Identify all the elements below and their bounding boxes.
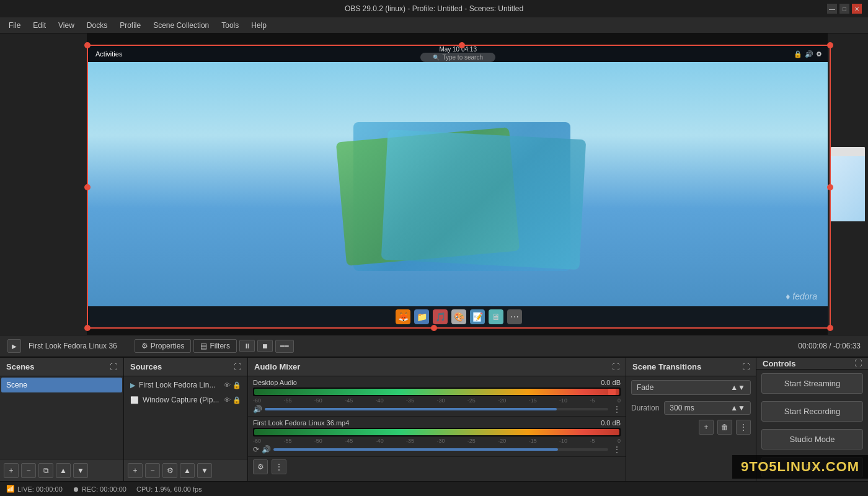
transition-type-label: Fade [637, 383, 653, 392]
side-preview-top [831, 147, 865, 156]
desktop-audio-header: Desktop Audio 0.0 dB [253, 379, 621, 386]
desktop-audio-meter [254, 389, 619, 395]
source-item-video[interactable]: ▶ First Look Fedora Lin... 👁 🔒 [125, 378, 246, 392]
scenes-footer: + − ⧉ ▲ ▼ [0, 459, 123, 481]
audio-expand-icon[interactable]: ⛶ [612, 363, 619, 371]
desktop-audio-name: Desktop Audio [253, 379, 297, 386]
source-lock-icon[interactable]: 🔒 [232, 381, 241, 389]
source-visibility-icon[interactable]: 👁 [224, 381, 231, 389]
taskbar-grid-icon: ⋯ [507, 309, 522, 324]
status-bar: 📶 LIVE: 00:00:00 ⏺ REC: 00:00:00 CPU: 1.… [0, 481, 868, 496]
play-button[interactable]: ▶ [7, 339, 21, 353]
taskbar-simulation: 🦊 📁 🎵 🎨 📝 🖥 ⋯ [88, 306, 830, 327]
cpu-label: CPU: 1.9%, 60.00 fps [136, 485, 202, 493]
source-window-lock-icon[interactable]: 🔒 [232, 396, 241, 404]
scene-item-scene[interactable]: Scene [1, 378, 122, 392]
obs-window: OBS 29.0.2 (linux) - Profile: Untitled -… [0, 0, 868, 496]
live-status: 📶 LIVE: 00:00:00 [6, 485, 63, 493]
menu-help[interactable]: Help [246, 19, 272, 32]
desktop-audio-channel: Desktop Audio 0.0 dB -60-55-50-45-40-35-… [248, 376, 626, 417]
transition-type-select[interactable]: Fade ▲▼ [631, 380, 751, 395]
handle-bottom-center[interactable] [431, 325, 437, 331]
menu-profile[interactable]: Profile [115, 19, 146, 32]
sources-expand-icon[interactable]: ⛶ [234, 363, 241, 371]
scene-label-playback: First Look Fedora Linux 36 [29, 342, 117, 350]
move-scene-up-button[interactable]: ▲ [56, 463, 71, 478]
canvas-preview: Activities May 10 04:13 🔍 Type to search… [88, 46, 830, 327]
filter-icon: ▤ [200, 342, 207, 350]
source-settings-button[interactable]: ⚙ [162, 463, 177, 478]
transitions-expand-icon[interactable]: ⛶ [742, 363, 750, 371]
transition-settings-button[interactable]: ⋮ [736, 420, 751, 435]
duration-label: Duration [631, 404, 659, 412]
fedora-audio-mute-button[interactable]: 🔊 [262, 445, 271, 454]
handle-mid-right[interactable] [827, 184, 833, 190]
handle-bottom-left[interactable] [84, 325, 91, 331]
add-source-button[interactable]: + [128, 463, 143, 478]
maximize-button[interactable]: □ [839, 4, 849, 14]
desktop-audio-meter-wrapper [253, 388, 621, 396]
duplicate-scene-button[interactable]: ⧉ [38, 463, 53, 478]
fedora-audio-options-button[interactable]: ⋮ [613, 445, 621, 454]
duration-input[interactable]: 300 ms ▲▼ [664, 401, 751, 415]
properties-tab[interactable]: ⚙ Properties [135, 339, 192, 353]
controls-expand-icon[interactable]: ⛶ [854, 359, 862, 368]
add-transition-button[interactable]: + [699, 420, 714, 435]
taskbar-notes-icon: 📝 [470, 309, 485, 324]
desktop-audio-options-button[interactable]: ⋮ [613, 405, 621, 414]
gnome-topbar: Activities May 10 04:13 🔍 Type to search… [88, 46, 830, 62]
studio-mode-button[interactable]: Studio Mode [761, 429, 863, 450]
taskbar-files-icon: 📁 [414, 309, 429, 324]
fedora-audio-header: First Look Fedora Linux 36.mp4 0.0 dB [253, 419, 621, 427]
sources-footer: + − ⚙ ▲ ▼ [124, 459, 247, 481]
folder-artwork [329, 97, 589, 271]
stop-button[interactable]: ⏹ [257, 340, 273, 352]
start-recording-button[interactable]: Start Recording [761, 401, 863, 422]
source-window-visibility-icon[interactable]: 👁 [224, 396, 231, 404]
rec-icon: ⏺ [73, 485, 79, 493]
close-button[interactable]: ✕ [852, 4, 862, 14]
start-streaming-button[interactable]: Start Streaming [761, 373, 863, 394]
menu-edit[interactable]: Edit [28, 19, 51, 32]
move-scene-down-button[interactable]: ▼ [73, 463, 88, 478]
filters-tab[interactable]: ▤ Filters [193, 339, 237, 353]
topbar-icons: 🔒🔊⚙ [794, 50, 822, 58]
source-name-window: Window Capture (Pip... [143, 396, 220, 404]
menu-docks[interactable]: Docks [82, 19, 112, 32]
menu-file[interactable]: File [4, 19, 25, 32]
pause-button[interactable]: ⏸ [239, 340, 255, 352]
handle-top-left[interactable] [84, 42, 91, 48]
handle-mid-left[interactable] [84, 184, 91, 190]
remove-source-button[interactable]: − [145, 463, 160, 478]
add-scene-button[interactable]: + [4, 463, 19, 478]
menu-view[interactable]: View [53, 19, 79, 32]
menu-scene-collection[interactable]: Scene Collection [148, 19, 214, 32]
desktop-audio-volume-slider[interactable] [265, 408, 608, 410]
volume-indicator[interactable]: ━━ [275, 340, 294, 353]
audio-more-button[interactable]: ⋮ [272, 459, 286, 474]
remove-transition-button[interactable]: 🗑 [717, 420, 732, 435]
audio-settings-button[interactable]: ⚙ [253, 459, 268, 474]
window-title: OBS 29.0.2 (linux) - Profile: Untitled -… [345, 4, 523, 13]
handle-bottom-right[interactable] [827, 325, 833, 331]
handle-top-center[interactable] [459, 42, 465, 48]
source-name-video: First Look Fedora Lin... [139, 381, 220, 389]
gear-icon: ⚙ [141, 342, 148, 350]
fedora-audio-volume-fill [273, 448, 558, 451]
desktop-audio-mute-button[interactable]: 🔊 [253, 405, 262, 414]
remove-scene-button[interactable]: − [21, 463, 36, 478]
move-source-down-button[interactable]: ▼ [197, 463, 212, 478]
minimize-button[interactable]: — [827, 4, 837, 14]
handle-top-right[interactable] [827, 42, 833, 48]
fedora-audio-volume-slider[interactable] [273, 448, 608, 451]
scenes-expand-icon[interactable]: ⛶ [110, 363, 117, 371]
taskbar-vm-icon: 🖥 [489, 309, 503, 324]
desktop-audio-db: 0.0 dB [601, 379, 621, 386]
sources-list: ▶ First Look Fedora Lin... 👁 🔒 ⬜ Window … [124, 376, 247, 459]
fedora-audio-mixer-icon[interactable]: ⟳ [253, 445, 259, 454]
transitions-footer: + 🗑 ⋮ [626, 417, 756, 437]
move-source-up-button[interactable]: ▲ [180, 463, 195, 478]
source-item-window[interactable]: ⬜ Window Capture (Pip... 👁 🔒 [125, 392, 246, 407]
transitions-title: Scene Transitions [632, 362, 701, 371]
menu-tools[interactable]: Tools [216, 19, 244, 32]
